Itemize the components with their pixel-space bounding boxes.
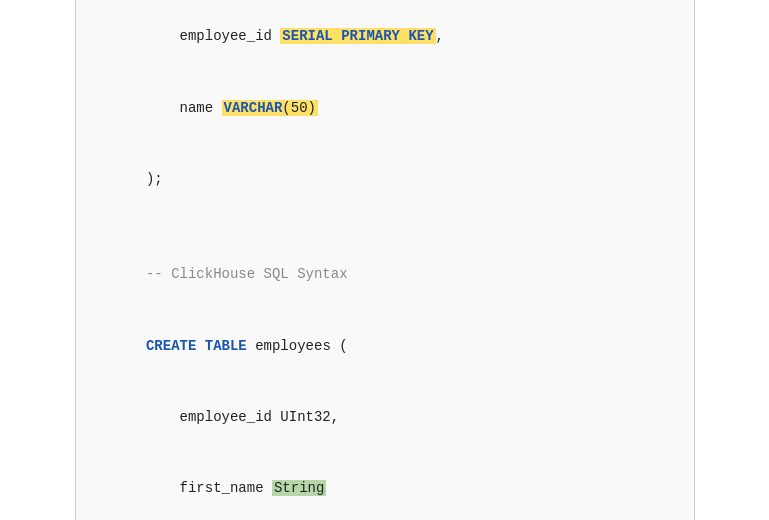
code-block: -- PostgreSQL SQL Syntax CREATE TABLE em…	[75, 0, 695, 520]
pg-varchar-val: (50)	[282, 100, 316, 116]
pg-close-line: );	[96, 144, 674, 215]
ch-comment-text: -- ClickHouse SQL Syntax	[146, 266, 348, 282]
ch-employee-indent: employee_id UInt32,	[146, 409, 339, 425]
ch-string-highlight: String	[272, 480, 326, 496]
pg-close-paren: );	[146, 171, 163, 187]
pg-varchar-keyword: VARCHAR	[224, 100, 283, 116]
blank-line	[96, 216, 674, 240]
main-container: -- PostgreSQL SQL Syntax CREATE TABLE em…	[75, 0, 695, 520]
pg-pk-keyword: PRIMARY KEY	[341, 28, 433, 44]
ch-firstname-line: first_name String	[96, 454, 674, 520]
pg-serial-highlight: SERIAL PRIMARY KEY	[280, 28, 435, 44]
ch-create-rest: TABLE employees (	[196, 338, 347, 354]
pg-serial-keyword: SERIAL	[282, 28, 332, 44]
ch-string-text: String	[274, 480, 324, 496]
pg-name-line: name VARCHAR(50)	[96, 73, 674, 144]
pg-varchar-highlight: VARCHAR(50)	[222, 100, 318, 116]
pg-comma: ,	[436, 28, 444, 44]
ch-comment: -- ClickHouse SQL Syntax	[96, 239, 674, 310]
ch-table-keyword: TABLE	[205, 338, 247, 354]
ch-create-keyword: CREATE	[146, 338, 196, 354]
pg-employee-indent: employee_id	[146, 28, 280, 44]
pg-name-indent: name	[146, 100, 222, 116]
ch-employee-id-line: employee_id UInt32,	[96, 382, 674, 453]
ch-firstname-indent: first_name	[146, 480, 272, 496]
ch-create-line: CREATE TABLE employees (	[96, 311, 674, 382]
pg-employee-id-line: employee_id SERIAL PRIMARY KEY,	[96, 1, 674, 72]
